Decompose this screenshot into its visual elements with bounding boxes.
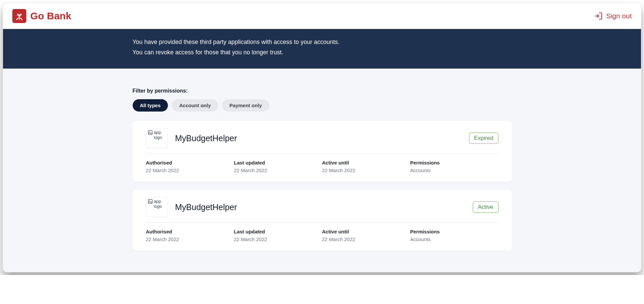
svg-point-4 <box>149 200 150 201</box>
filter-chip-account-only[interactable]: Account only <box>172 99 218 112</box>
app-card[interactable]: app logo MyBudgetHelper Expired Authoris… <box>133 121 512 182</box>
svg-rect-3 <box>148 199 152 203</box>
field-label: Last updated <box>234 229 322 234</box>
field-value: 22 March 2022 <box>146 167 234 173</box>
app-name: MyBudgetHelper <box>175 202 237 212</box>
field-label: Authorised <box>146 160 234 165</box>
app-name: MyBudgetHelper <box>175 134 237 143</box>
field-label: Permissions <box>410 229 498 234</box>
filter-chips: All types Account only Payment only <box>133 99 512 112</box>
plant-icon <box>15 11 24 21</box>
filter-chip-payment-only[interactable]: Payment only <box>222 99 269 112</box>
brand[interactable]: Go Bank <box>12 9 71 23</box>
app-card-header: app logo MyBudgetHelper Expired <box>146 128 498 154</box>
app-logo-alt-text: app logo <box>154 199 166 209</box>
field-last-updated: Last updated 22 March 2022 <box>234 229 322 242</box>
status-badge: Active <box>473 201 498 213</box>
brand-logo-icon <box>12 9 26 23</box>
status-badge: Expired <box>469 133 498 144</box>
svg-point-2 <box>149 132 150 132</box>
sign-out-button[interactable]: Sign out <box>594 12 632 20</box>
field-value: Accounts <box>410 236 498 242</box>
field-value: 22 March 2022 <box>322 167 410 173</box>
svg-rect-1 <box>148 131 152 135</box>
app-card-header: app logo MyBudgetHelper Active <box>146 197 498 223</box>
field-label: Last updated <box>234 160 322 165</box>
field-value: 22 March 2022 <box>322 236 410 242</box>
info-banner: You have provided these third party appl… <box>3 29 641 69</box>
app-logo-placeholder: app logo <box>146 197 168 217</box>
field-value: 22 March 2022 <box>234 167 322 173</box>
field-label: Permissions <box>410 160 498 165</box>
sign-out-label: Sign out <box>606 12 632 20</box>
content-area: Filter by permissions: All types Account… <box>3 69 641 272</box>
brand-name: Go Bank <box>30 10 71 22</box>
top-bar: Go Bank Sign out <box>3 3 641 29</box>
app-window: Go Bank Sign out You have provided these… <box>3 3 641 272</box>
broken-image-icon <box>148 199 153 204</box>
field-active-until: Active until 22 March 2022 <box>322 160 410 173</box>
app-title-wrap: app logo MyBudgetHelper <box>146 128 237 148</box>
app-logo-alt-text: app logo <box>154 130 166 140</box>
field-authorised: Authorised 22 March 2022 <box>146 160 234 173</box>
filter-label: Filter by permissions: <box>133 88 512 94</box>
sign-out-icon <box>594 12 603 20</box>
filter-chip-all-types[interactable]: All types <box>133 99 168 112</box>
field-value: 22 March 2022 <box>146 236 234 242</box>
broken-image-icon <box>148 130 153 135</box>
field-value: Accounts <box>410 167 498 173</box>
field-value: 22 March 2022 <box>234 236 322 242</box>
field-last-updated: Last updated 22 March 2022 <box>234 160 322 173</box>
field-active-until: Active until 22 March 2022 <box>322 229 410 242</box>
app-card[interactable]: app logo MyBudgetHelper Active Authorise… <box>133 190 512 251</box>
field-authorised: Authorised 22 March 2022 <box>146 229 234 242</box>
field-permissions: Permissions Accounts <box>410 160 498 173</box>
banner-line-1: You have provided these third party appl… <box>133 37 512 47</box>
field-label: Active until <box>322 229 410 234</box>
app-logo-placeholder: app logo <box>146 128 168 148</box>
field-permissions: Permissions Accounts <box>410 229 498 242</box>
banner-line-2: You can revoke access for those that you… <box>133 47 512 58</box>
field-label: Authorised <box>146 229 234 234</box>
field-label: Active until <box>322 160 410 165</box>
app-title-wrap: app logo MyBudgetHelper <box>146 197 237 217</box>
app-card-body: Authorised 22 March 2022 Last updated 22… <box>146 154 498 173</box>
app-card-body: Authorised 22 March 2022 Last updated 22… <box>146 223 498 242</box>
